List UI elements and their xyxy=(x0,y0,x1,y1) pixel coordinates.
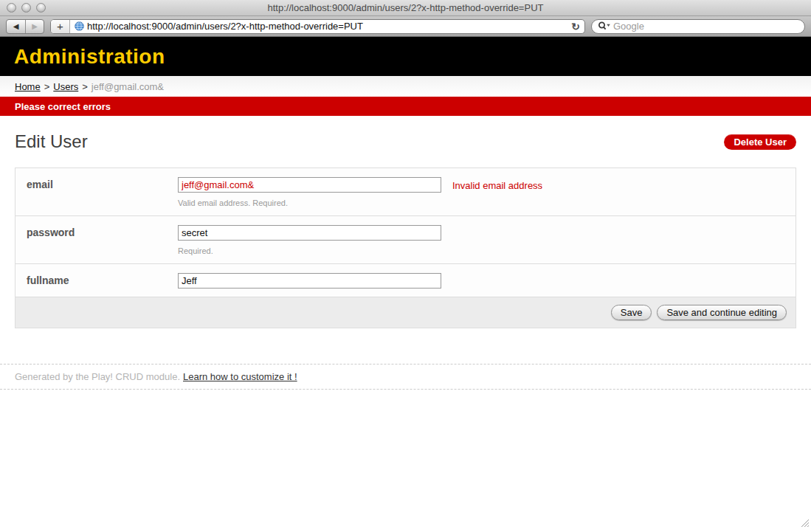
add-bookmark-icon[interactable]: + xyxy=(51,20,70,33)
email-field-hint: Valid email address. Required. xyxy=(178,198,441,207)
email-field-error: Invalid email address xyxy=(452,180,542,191)
save-button[interactable]: Save xyxy=(611,305,652,320)
app-title: Administration xyxy=(14,45,165,69)
resize-grip-icon[interactable] xyxy=(799,517,810,531)
footer-text: Generated by the Play! CRUD module. xyxy=(15,371,180,382)
field-row-password: password Required. xyxy=(15,216,796,264)
fullname-field-main xyxy=(178,273,441,289)
fullname-field[interactable] xyxy=(178,273,441,289)
page-footer: Generated by the Play! CRUD module.Learn… xyxy=(0,364,811,390)
page-header: Edit User Delete User xyxy=(15,131,796,152)
main-content: Edit User Delete User email Valid email … xyxy=(0,116,811,328)
page-title: Edit User xyxy=(15,131,88,152)
error-banner-message: Please correct errors xyxy=(15,101,111,112)
search-field xyxy=(591,19,805,34)
breadcrumb-separator: > xyxy=(82,81,88,92)
app-header: Administration xyxy=(0,37,811,76)
email-field-main: Valid email address. Required. xyxy=(178,177,441,207)
nav-buttons: ◀ ▶ xyxy=(6,19,44,34)
window-titlebar: http://localhost:9000/admin/users/2?x-ht… xyxy=(0,0,811,16)
breadcrumb-current-item: jeff@gmail.com& xyxy=(92,81,164,92)
forward-icon[interactable]: ▶ xyxy=(25,20,44,33)
email-field-label: email xyxy=(27,177,178,190)
form-buttons-row: Save Save and continue editing xyxy=(15,297,796,328)
field-row-fullname: fullname xyxy=(15,264,796,297)
browser-window: http://localhost:9000/admin/users/2?x-ht… xyxy=(0,0,811,532)
address-bar: + ↻ xyxy=(50,19,585,34)
refresh-icon[interactable]: ↻ xyxy=(567,20,584,33)
password-field[interactable] xyxy=(178,225,441,241)
password-field-main: Required. xyxy=(178,225,441,255)
edit-user-form: email Valid email address. Required. Inv… xyxy=(15,167,796,328)
save-and-continue-button[interactable]: Save and continue editing xyxy=(657,305,787,320)
breadcrumb-separator: > xyxy=(44,81,50,92)
search-input[interactable] xyxy=(613,21,798,32)
window-title: http://localhost:9000/admin/users/2?x-ht… xyxy=(0,2,811,13)
breadcrumb-home-link[interactable]: Home xyxy=(15,81,41,92)
back-icon[interactable]: ◀ xyxy=(7,20,25,33)
breadcrumb-users-link[interactable]: Users xyxy=(53,81,78,92)
password-field-hint: Required. xyxy=(178,246,441,255)
search-icon xyxy=(598,21,611,31)
footer-customize-link[interactable]: Learn how to customize it ! xyxy=(183,371,297,382)
browser-toolbar: ◀ ▶ + ↻ xyxy=(0,16,811,37)
fullname-field-label: fullname xyxy=(27,273,178,286)
password-field-label: password xyxy=(27,225,178,238)
globe-icon xyxy=(75,21,84,31)
breadcrumb: Home > Users > jeff@gmail.com& xyxy=(0,76,811,97)
delete-user-button[interactable]: Delete User xyxy=(724,134,796,150)
email-field[interactable] xyxy=(178,177,441,193)
url-input[interactable] xyxy=(87,20,567,33)
field-row-email: email Valid email address. Required. Inv… xyxy=(15,168,796,216)
error-banner: Please correct errors xyxy=(0,97,811,116)
